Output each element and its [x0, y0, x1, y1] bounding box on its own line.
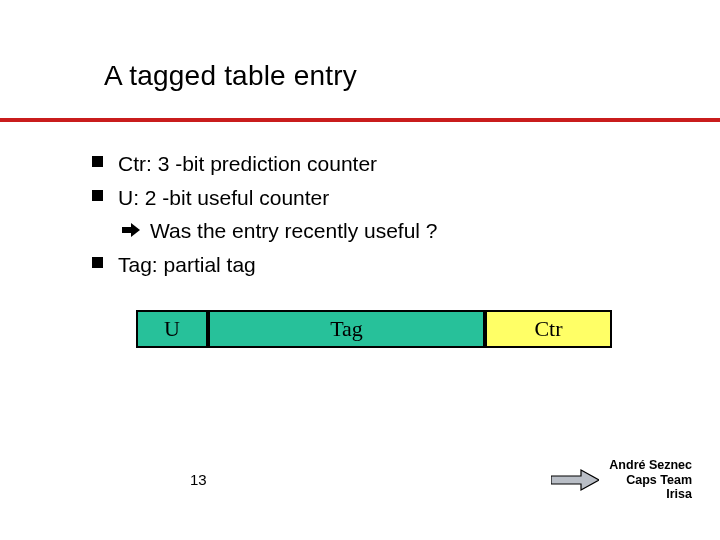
bullet-ctr: Ctr: 3 -bit prediction counter — [92, 148, 680, 180]
footer-org: Irisa — [609, 487, 692, 502]
svg-rect-0 — [122, 227, 131, 233]
bullet-list: Ctr: 3 -bit prediction counter U: 2 -bit… — [92, 148, 680, 282]
bullet-u-sub-text: Was the entry recently useful ? — [150, 219, 438, 242]
footer-text: André Seznec Caps Team Irisa — [609, 458, 692, 502]
svg-marker-1 — [131, 223, 140, 237]
bullet-u-sub: Was the entry recently useful ? — [92, 215, 680, 247]
entry-diagram: U Tag Ctr — [136, 310, 616, 354]
bullet-u: U: 2 -bit useful counter — [92, 182, 680, 214]
field-ctr: Ctr — [485, 310, 612, 348]
footer: André Seznec Caps Team Irisa — [551, 458, 692, 502]
field-u: U — [136, 310, 208, 348]
slide-title: A tagged table entry — [104, 60, 357, 92]
arrow-right-icon — [122, 221, 140, 239]
footer-team: Caps Team — [609, 473, 692, 488]
page-number: 13 — [190, 471, 207, 488]
footer-author: André Seznec — [609, 458, 692, 473]
svg-marker-2 — [551, 470, 599, 490]
bullet-tag: Tag: partial tag — [92, 249, 680, 281]
slide: A tagged table entry Ctr: 3 -bit predict… — [0, 0, 720, 540]
footer-arrow-icon — [551, 468, 599, 492]
field-tag: Tag — [208, 310, 485, 348]
title-underline — [0, 118, 720, 122]
